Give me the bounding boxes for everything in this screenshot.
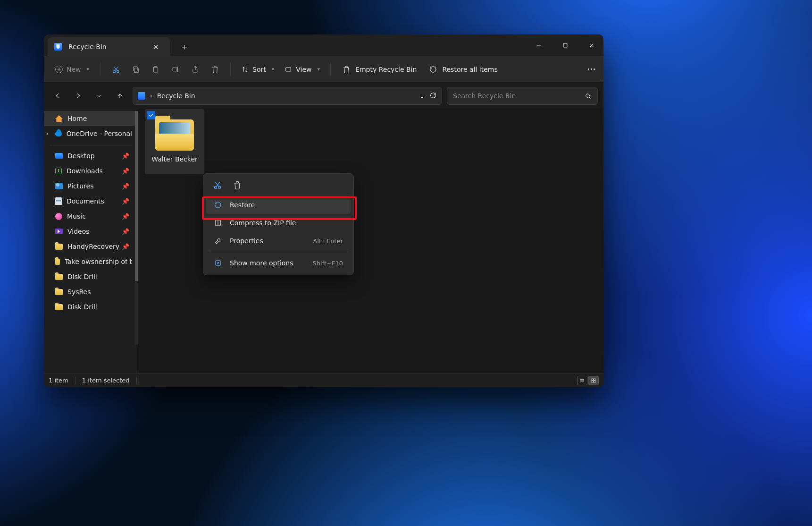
pin-icon: 📌: [122, 183, 129, 190]
folder-icon: [55, 289, 63, 295]
svg-rect-32: [594, 381, 596, 382]
chevron-right-icon[interactable]: ›: [47, 131, 49, 137]
sidebar-item-sysres[interactable]: SysRes: [44, 284, 138, 299]
sidebar: Home › OneDrive - Personal Desktop 📌 Dow…: [44, 109, 138, 373]
sidebar-item-take-ownership[interactable]: Take owsnership of t: [44, 254, 138, 269]
context-compress[interactable]: Compress to ZIP file: [206, 214, 351, 232]
titlebar: Recycle Bin ✕ ＋: [44, 34, 603, 56]
chevron-down-icon: ▾: [318, 66, 320, 72]
context-label: Properties: [230, 237, 263, 245]
sidebar-label: Take owsnership of t: [65, 258, 132, 265]
breadcrumb-text: Recycle Bin: [157, 92, 195, 100]
more-button[interactable]: [584, 65, 599, 74]
sidebar-item-handyrecovery[interactable]: HandyRecovery 📌: [44, 239, 138, 254]
context-show-more[interactable]: Show more options Shift+F10: [206, 254, 351, 272]
context-properties[interactable]: Properties Alt+Enter: [206, 232, 351, 250]
back-button[interactable]: [50, 88, 66, 104]
cloud-icon: [55, 131, 62, 136]
context-hotkey: Alt+Enter: [313, 238, 343, 245]
status-bar: 1 item 1 item selected: [44, 373, 603, 387]
context-label: Restore: [230, 201, 255, 209]
chevron-down-icon[interactable]: ⌄: [419, 93, 425, 100]
sidebar-item-music[interactable]: Music 📌: [44, 209, 138, 224]
delete-button[interactable]: [207, 61, 224, 78]
refresh-button[interactable]: [429, 92, 437, 101]
context-label: Show more options: [230, 259, 293, 267]
sidebar-label: Desktop: [67, 152, 95, 160]
sidebar-item-disk-drill-1[interactable]: Disk Drill: [44, 269, 138, 284]
empty-label: Empty Recycle Bin: [355, 66, 417, 73]
chevron-down-icon: ▾: [87, 66, 90, 72]
sidebar-item-videos[interactable]: Videos 📌: [44, 224, 138, 239]
svg-rect-16: [286, 68, 291, 71]
toolbar-separator: [330, 63, 331, 76]
restore-all-button[interactable]: Restore all items: [424, 63, 502, 76]
pin-icon: 📌: [122, 228, 129, 235]
sidebar-item-downloads[interactable]: Downloads 📌: [44, 163, 138, 178]
content-area[interactable]: Walter Becker Restore: [138, 109, 603, 373]
sidebar-label: Home: [67, 115, 87, 122]
view-button[interactable]: View ▾: [281, 64, 324, 75]
svg-rect-8: [134, 68, 138, 73]
svg-line-18: [589, 97, 590, 98]
maximize-button[interactable]: [553, 34, 577, 56]
rename-button[interactable]: [167, 61, 184, 78]
empty-recycle-bin-button[interactable]: Empty Recycle Bin: [337, 63, 421, 76]
view-tiles-button[interactable]: [588, 376, 599, 385]
chevron-down-icon: ▾: [272, 66, 275, 72]
sidebar-item-onedrive[interactable]: › OneDrive - Personal: [44, 126, 138, 141]
file-label: Walter Becker: [151, 155, 198, 163]
minimize-button[interactable]: [527, 34, 551, 56]
recycle-bin-icon: [54, 43, 62, 51]
tab-close-button[interactable]: ✕: [150, 42, 162, 52]
scrollbar-thumb[interactable]: [135, 111, 138, 281]
sidebar-label: Music: [67, 212, 86, 220]
up-button[interactable]: [112, 88, 128, 104]
new-label: New: [67, 66, 81, 73]
sidebar-divider: [50, 145, 132, 145]
sidebar-label: Disk Drill: [67, 303, 97, 311]
context-restore[interactable]: Restore: [206, 196, 351, 214]
forward-button[interactable]: [70, 88, 86, 104]
status-selected: 1 item selected: [82, 377, 130, 384]
close-button[interactable]: [580, 34, 603, 56]
search-input[interactable]: Search Recycle Bin: [447, 87, 598, 105]
sidebar-label: Downloads: [67, 167, 103, 175]
toolbar: New ▾ Sort ▾ View ▾: [44, 56, 603, 83]
recent-locations-button[interactable]: [91, 88, 107, 104]
pin-icon: 📌: [122, 243, 129, 250]
file-tile[interactable]: Walter Becker: [145, 109, 204, 174]
context-cut-button[interactable]: [213, 180, 222, 191]
sidebar-label: HandyRecovery: [67, 243, 119, 250]
tab-recycle-bin[interactable]: Recycle Bin ✕: [48, 37, 170, 56]
sort-button[interactable]: Sort ▾: [237, 64, 278, 75]
share-button[interactable]: [187, 61, 204, 78]
copy-button[interactable]: [127, 61, 144, 78]
videos-icon: [55, 229, 63, 234]
folder-icon: [55, 259, 60, 265]
sidebar-item-pictures[interactable]: Pictures 📌: [44, 178, 138, 194]
svg-point-19: [214, 187, 217, 189]
view-details-button[interactable]: [577, 376, 587, 385]
svg-point-4: [113, 70, 116, 73]
view-toggle: [577, 376, 599, 385]
svg-point-20: [218, 187, 221, 189]
navigation-row: › Recycle Bin ⌄ Search Recycle Bin: [44, 83, 603, 109]
sidebar-item-home[interactable]: Home: [44, 111, 138, 126]
sidebar-item-desktop[interactable]: Desktop 📌: [44, 148, 138, 163]
context-label: Compress to ZIP file: [230, 219, 296, 227]
new-tab-button[interactable]: ＋: [176, 38, 193, 55]
sidebar-item-disk-drill-2[interactable]: Disk Drill: [44, 299, 138, 314]
sidebar-label: Documents: [67, 197, 104, 205]
cut-button[interactable]: [108, 61, 125, 78]
sidebar-item-documents[interactable]: Documents 📌: [44, 194, 138, 209]
pin-icon: 📌: [122, 198, 129, 205]
toolbar-separator: [230, 63, 231, 76]
folder-icon: [153, 116, 196, 151]
paste-button[interactable]: [147, 61, 164, 78]
context-delete-button[interactable]: [233, 180, 242, 191]
pictures-icon: [55, 183, 63, 189]
new-button[interactable]: New ▾: [50, 63, 94, 76]
address-bar[interactable]: › Recycle Bin ⌄: [133, 87, 442, 105]
pin-icon: 📌: [122, 213, 129, 220]
